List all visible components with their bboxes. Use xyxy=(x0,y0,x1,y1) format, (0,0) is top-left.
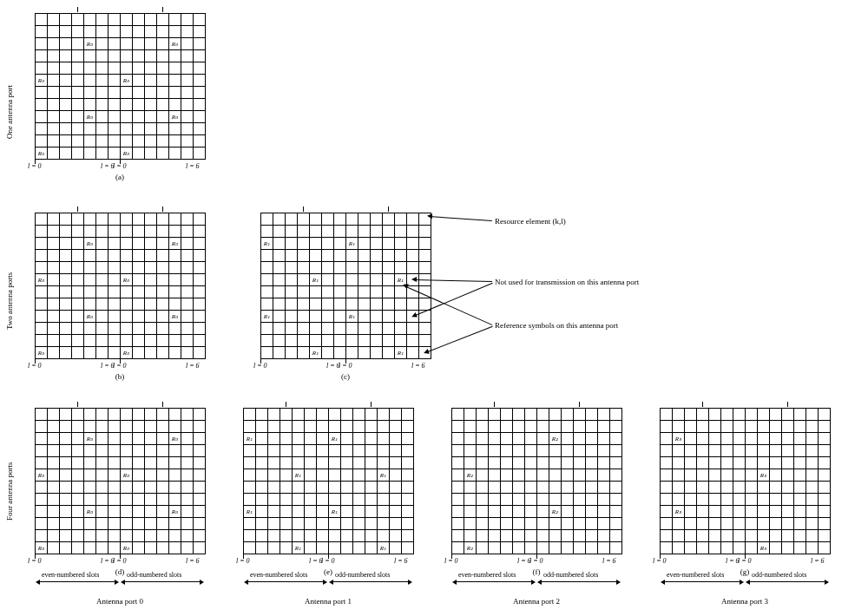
re-cell xyxy=(378,506,390,518)
re-cell xyxy=(108,506,121,518)
re-cell xyxy=(121,457,133,469)
re-cell xyxy=(181,421,194,433)
re-cell xyxy=(806,469,819,482)
re-cell xyxy=(334,323,346,335)
re-cell xyxy=(329,518,341,530)
re-cell xyxy=(60,445,72,457)
re-cell xyxy=(489,530,501,542)
re-cell xyxy=(322,311,334,323)
re-cell xyxy=(770,457,782,469)
re-cell xyxy=(48,445,60,457)
re-cell xyxy=(145,518,157,530)
re-cell xyxy=(72,421,84,433)
re-cell xyxy=(819,506,831,518)
ref-symbol-R1: R₁ xyxy=(244,433,256,445)
re-cell xyxy=(96,99,108,111)
odd-slot-label: odd-numbered slots xyxy=(543,571,598,579)
ref-symbol-R1: R₁ xyxy=(293,542,305,554)
re-cell xyxy=(84,530,96,542)
re-cell xyxy=(72,298,84,311)
axis-label: l = 0 xyxy=(321,557,335,565)
re-cell xyxy=(60,421,72,433)
re-cell xyxy=(181,494,194,506)
re-cell xyxy=(72,14,84,26)
re-cell xyxy=(697,457,709,469)
re-cell xyxy=(108,469,121,482)
re-cell xyxy=(261,323,273,335)
re-cell xyxy=(407,323,419,335)
re-cell xyxy=(819,409,831,421)
re-cell xyxy=(407,250,419,262)
re-cell xyxy=(121,62,133,75)
re-cell xyxy=(353,482,365,494)
axis-label: l = 0 xyxy=(28,557,42,565)
re-cell xyxy=(48,518,60,530)
re-cell xyxy=(72,457,84,469)
re-cell xyxy=(145,111,157,123)
re-cell xyxy=(770,506,782,518)
re-cell xyxy=(84,262,96,274)
re-cell xyxy=(371,274,383,286)
re-cell xyxy=(501,421,513,433)
re-cell xyxy=(610,409,622,421)
re-cell xyxy=(48,75,60,87)
re-cell xyxy=(395,335,407,347)
re-cell xyxy=(390,469,402,482)
re-cell xyxy=(310,238,322,250)
re-cell xyxy=(157,87,169,99)
re-cell xyxy=(390,409,402,421)
re-cell xyxy=(709,445,721,457)
re-cell xyxy=(157,335,169,347)
re-cell xyxy=(181,506,194,518)
re-cell xyxy=(286,347,298,359)
re-cell xyxy=(721,433,733,445)
re-cell xyxy=(48,286,60,298)
arrow-ref-2 xyxy=(425,326,492,353)
re-cell xyxy=(48,323,60,335)
re-cell xyxy=(261,286,273,298)
re-cell xyxy=(121,311,133,323)
re-cell xyxy=(334,262,346,274)
re-cell xyxy=(36,311,48,323)
re-cell xyxy=(661,409,673,421)
re-cell xyxy=(72,123,84,135)
re-cell xyxy=(256,530,268,542)
re-cell xyxy=(121,99,133,111)
re-cell xyxy=(371,262,383,274)
re-cell xyxy=(464,482,477,494)
re-cell xyxy=(305,409,317,421)
re-cell xyxy=(513,421,525,433)
re-cell xyxy=(72,26,84,38)
re-cell xyxy=(108,274,121,286)
re-cell xyxy=(758,457,770,469)
re-cell xyxy=(72,311,84,323)
re-cell xyxy=(108,311,121,323)
re-cell xyxy=(121,323,133,335)
re-cell xyxy=(353,445,365,457)
ref-symbol-R1: R₁ xyxy=(310,347,322,359)
annot-re: Resource element (k,l) xyxy=(495,217,566,226)
re-cell xyxy=(194,62,206,75)
re-cell xyxy=(96,213,108,226)
re-cell xyxy=(549,409,562,421)
ref-symbol-R1: R₁ xyxy=(244,506,256,518)
re-cell xyxy=(383,226,395,238)
re-cell xyxy=(305,530,317,542)
re-cell xyxy=(145,87,157,99)
re-cell xyxy=(181,87,194,99)
re-cell xyxy=(108,62,121,75)
ref-symbol-R0: R₀ xyxy=(84,433,96,445)
re-cell xyxy=(145,457,157,469)
re-cell xyxy=(334,298,346,311)
re-cell xyxy=(96,135,108,147)
re-cell xyxy=(60,62,72,75)
odd-slot-arrow xyxy=(542,581,616,582)
re-cell xyxy=(268,421,280,433)
re-cell xyxy=(610,494,622,506)
re-cell xyxy=(341,409,353,421)
re-cell xyxy=(96,14,108,26)
re-cell xyxy=(244,445,256,457)
re-cell xyxy=(181,123,194,135)
re-cell xyxy=(378,494,390,506)
re-cell xyxy=(108,494,121,506)
